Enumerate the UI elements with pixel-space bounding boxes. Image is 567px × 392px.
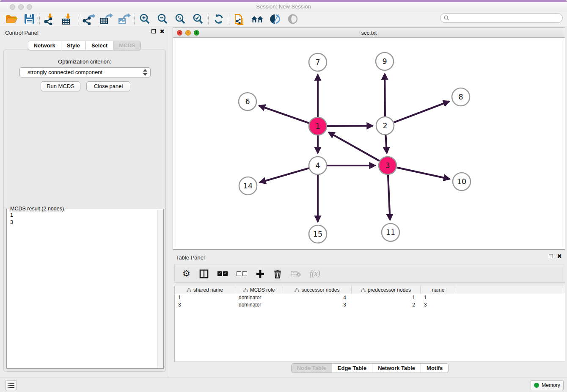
column-header-name[interactable]: name xyxy=(421,286,456,294)
graph-node-label: 9 xyxy=(382,57,387,66)
criterion-dropdown[interactable]: strongly connected component xyxy=(19,67,151,77)
toolbar-separator xyxy=(78,14,78,25)
import-table-button[interactable] xyxy=(59,12,77,26)
tab-select[interactable]: Select xyxy=(85,41,113,50)
graph-edge-4-14[interactable] xyxy=(260,168,309,182)
memory-label: Memory xyxy=(542,382,560,388)
open-file-button[interactable] xyxy=(3,12,20,26)
select-all-icon[interactable]: ✓✓ xyxy=(217,271,228,276)
close-panel-icon[interactable]: ✖ xyxy=(160,29,165,33)
table-cell[interactable]: dominator xyxy=(235,294,283,301)
graph-edge-3-1[interactable] xyxy=(328,132,380,161)
main-toolbar xyxy=(0,12,567,26)
graph-edge-3-11[interactable] xyxy=(388,175,390,220)
tab-motifs[interactable]: Motifs xyxy=(421,364,448,373)
graph-node-label: 3 xyxy=(385,161,390,170)
hidden-eye-button[interactable] xyxy=(284,12,302,26)
float-table-panel-icon[interactable] xyxy=(549,254,553,258)
delete-table-icon[interactable] xyxy=(291,271,301,277)
export-image-icon xyxy=(117,13,131,25)
memory-button[interactable]: Memory xyxy=(531,380,564,390)
mcds-result-list[interactable]: 13 xyxy=(7,210,157,368)
graph-edge-1-2[interactable] xyxy=(327,126,373,126)
list-icon xyxy=(8,383,14,388)
delete-column-icon[interactable] xyxy=(273,269,282,279)
graph-edge-3-10[interactable] xyxy=(396,168,449,179)
column-header-predecessor-nodes[interactable]: predecessor nodes xyxy=(352,286,421,294)
table-cell[interactable]: 1 xyxy=(175,294,235,301)
table-cell[interactable]: 1 xyxy=(421,294,456,301)
dropdown-stepper-icon xyxy=(143,69,147,76)
houses-button[interactable] xyxy=(248,12,266,26)
graph-edge-1-6[interactable] xyxy=(259,106,309,123)
column-header-MCDS-role[interactable]: MCDS role xyxy=(235,286,283,294)
graph-edge-2-8[interactable] xyxy=(394,101,449,122)
deselect-all-icon[interactable] xyxy=(237,271,247,276)
import-table-icon xyxy=(61,13,74,25)
export-network-button[interactable] xyxy=(80,12,97,26)
zoom-selected-button[interactable] xyxy=(189,12,207,26)
network-graph: 7968124314101511 xyxy=(173,38,565,249)
new-network-from-file-button[interactable] xyxy=(231,12,248,26)
add-column-icon[interactable] xyxy=(256,270,264,278)
search-field[interactable] xyxy=(440,13,563,23)
graph-node-label: 8 xyxy=(458,93,463,101)
table-mode-icon[interactable]: ⚙ xyxy=(182,269,190,278)
mcds-result-group: MCDS result (2 nodes) 13 xyxy=(6,209,164,369)
float-panel-icon[interactable] xyxy=(151,29,156,33)
table-cell[interactable]: 4 xyxy=(283,294,352,301)
criterion-value: strongly connected component xyxy=(28,69,102,75)
memory-status-icon xyxy=(534,383,539,388)
refresh-icon xyxy=(213,14,224,25)
toolbar-separator xyxy=(229,14,229,25)
export-table-button[interactable] xyxy=(97,12,115,26)
table-panel-title: Table Panel xyxy=(176,254,205,261)
table-cell[interactable]: 1 xyxy=(352,294,421,301)
tab-mcds[interactable]: MCDS xyxy=(113,41,140,50)
function-builder-icon[interactable]: f(x) xyxy=(310,269,320,278)
column-header-successor-nodes[interactable]: successor nodes xyxy=(283,286,352,294)
graph-edge-2-9[interactable] xyxy=(385,74,385,116)
zoom-out-button[interactable] xyxy=(154,12,171,26)
import-network-button[interactable] xyxy=(41,12,59,26)
graph-node-label: 11 xyxy=(386,228,395,237)
table-cell[interactable]: 2 xyxy=(352,301,421,309)
tab-style[interactable]: Style xyxy=(61,41,85,50)
table-tabs: Node Table Edge Table Network Table Moti… xyxy=(173,363,567,373)
status-bar: Memory xyxy=(0,378,567,392)
search-input[interactable] xyxy=(451,15,562,21)
refresh-button[interactable] xyxy=(210,12,228,26)
graph-edge-2-3[interactable] xyxy=(385,135,387,153)
style-preview-button[interactable] xyxy=(266,12,284,26)
document-network-icon xyxy=(234,13,245,25)
close-panel-button[interactable]: Close panel xyxy=(86,81,130,91)
column-header-shared-name[interactable]: shared name xyxy=(175,286,235,294)
style-preview-icon xyxy=(269,14,281,25)
show-panels-button[interactable] xyxy=(5,380,17,390)
application-window: Session: New Session xyxy=(0,0,567,392)
tab-network[interactable]: Network xyxy=(28,41,61,50)
tab-network-table[interactable]: Network Table xyxy=(372,364,421,373)
table-cell[interactable]: 3 xyxy=(175,301,235,309)
network-canvas[interactable]: 7968124314101511 xyxy=(173,38,565,249)
save-icon xyxy=(24,14,35,24)
tab-node-table[interactable]: Node Table xyxy=(292,364,332,373)
close-table-panel-icon[interactable]: ✖ xyxy=(557,254,562,258)
tab-edge-table[interactable]: Edge Table xyxy=(332,364,372,373)
network-window-titlebar[interactable]: × − + scc.txt xyxy=(173,28,565,38)
graph-node-label: 10 xyxy=(457,177,466,186)
mcds-result-line: 3 xyxy=(10,219,154,226)
graph-node-label: 7 xyxy=(315,58,320,66)
table-cell[interactable]: 3 xyxy=(283,301,352,309)
table-cell[interactable]: 3 xyxy=(421,301,456,309)
titlebar[interactable]: Session: New Session xyxy=(0,2,567,12)
export-image-button[interactable] xyxy=(115,12,133,26)
zoom-in-button[interactable] xyxy=(136,12,154,26)
table-toolbar: ⚙ ✓✓ f(x) xyxy=(174,265,565,283)
run-mcds-button[interactable]: Run MCDS xyxy=(41,81,80,91)
table-cell[interactable]: dominator xyxy=(235,301,283,309)
column-visibility-icon[interactable] xyxy=(199,269,209,279)
zoom-fit-button[interactable] xyxy=(171,12,189,26)
save-session-button[interactable] xyxy=(20,12,38,26)
result-scrollbar[interactable] xyxy=(157,210,163,368)
